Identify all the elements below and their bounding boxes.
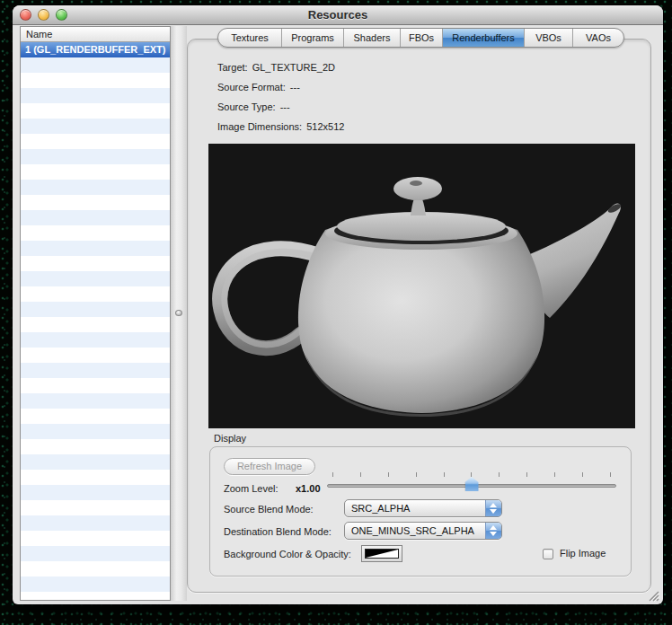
source-type-value: ---: [280, 101, 290, 112]
flip-image-label: Flip Image: [560, 548, 606, 559]
popup-arrows-icon: [485, 500, 501, 516]
resource-list: Name 1 (GL_RENDERBUFFER_EXT): [20, 26, 171, 601]
source-format-info: Source Format:---: [217, 82, 300, 92]
tab-vbos[interactable]: VBOs: [525, 29, 573, 47]
source-blend-value: SRC_ALPHA: [345, 500, 485, 516]
image-dimensions-value: 512x512: [306, 121, 344, 132]
source-type-info: Source Type:---: [217, 101, 290, 112]
texture-preview: [208, 144, 635, 428]
resource-type-tabs: Textures Programs Shaders FBOs Renderbuf…: [217, 28, 624, 48]
tab-vaos[interactable]: VAOs: [573, 29, 623, 47]
name-column-header[interactable]: Name: [21, 27, 170, 42]
slider-ticks: [332, 472, 611, 477]
zoom-slider-thumb[interactable]: [465, 477, 479, 491]
color-swatch: [365, 549, 399, 559]
target-label: Target:: [217, 62, 248, 73]
display-group-box: Refresh Image Zoom Level: x1.00 Source B…: [209, 446, 632, 577]
teapot-image: [208, 144, 635, 428]
display-group-label: Display: [214, 433, 246, 444]
list-item-renderbuffer[interactable]: 1 (GL_RENDERBUFFER_EXT): [21, 42, 170, 57]
dest-blend-label: Destination Blend Mode:: [224, 526, 332, 537]
source-type-label: Source Type:: [217, 101, 276, 112]
source-format-value: ---: [290, 82, 300, 92]
title-bar[interactable]: Resources: [13, 5, 663, 25]
refresh-image-button[interactable]: Refresh Image: [224, 458, 315, 475]
popup-arrows-icon: [485, 523, 501, 539]
dest-blend-popup[interactable]: ONE_MINUS_SRC_ALPHA: [344, 522, 502, 540]
tab-programs[interactable]: Programs: [282, 29, 344, 47]
resize-grip-icon[interactable]: [645, 587, 659, 602]
zoom-level-label: Zoom Level:: [224, 483, 279, 494]
source-blend-popup[interactable]: SRC_ALPHA: [344, 499, 502, 517]
dest-blend-value: ONE_MINUS_SRC_ALPHA: [345, 523, 485, 539]
target-info: Target:GL_TEXTURE_2D: [217, 62, 335, 73]
image-dimensions-info: Image Dimensions:512x512: [217, 121, 344, 132]
tab-fbos[interactable]: FBOs: [401, 29, 443, 47]
zoom-slider[interactable]: [327, 472, 616, 494]
splitter-handle-icon[interactable]: [175, 310, 182, 316]
zoom-level-value: x1.00: [296, 483, 321, 494]
tab-renderbuffers[interactable]: Renderbuffers: [443, 29, 525, 47]
splitter[interactable]: [171, 26, 187, 601]
opacity-wedge-icon: [366, 550, 398, 558]
image-dimensions-label: Image Dimensions:: [217, 121, 302, 132]
tab-shaders[interactable]: Shaders: [344, 29, 401, 47]
target-value: GL_TEXTURE_2D: [252, 62, 335, 73]
background-color-label: Background Color & Opacity:: [224, 549, 351, 559]
resource-list-rows[interactable]: 1 (GL_RENDERBUFFER_EXT): [21, 42, 170, 600]
window-title: Resources: [13, 8, 663, 22]
tab-textures[interactable]: Textures: [218, 29, 282, 47]
source-blend-label: Source Blend Mode:: [224, 504, 314, 515]
flip-image-checkbox[interactable]: [543, 549, 553, 559]
source-format-label: Source Format:: [217, 82, 286, 92]
resources-window: Resources Name 1 (GL_RENDERBUFFER_EXT) T…: [13, 5, 663, 604]
background-color-well[interactable]: [361, 545, 402, 562]
